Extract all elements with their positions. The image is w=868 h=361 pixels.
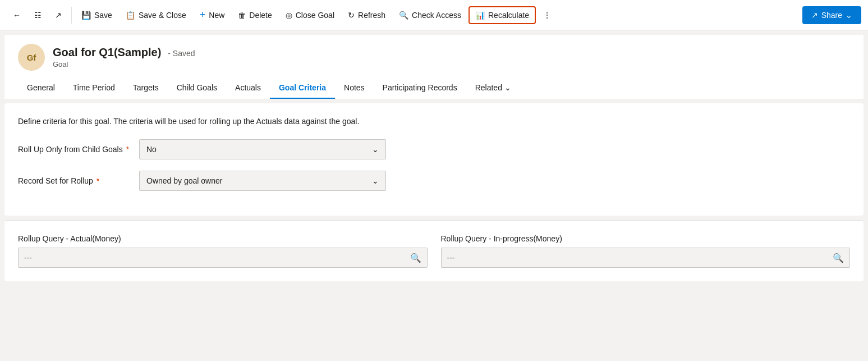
record-title: Goal for Q1(Sample) <box>53 46 161 58</box>
tab-general[interactable]: General <box>18 77 64 99</box>
check-access-icon: 🔍 <box>399 11 408 20</box>
rollup-in-progress-money-search-icon[interactable]: 🔍 <box>833 253 844 263</box>
new-icon: + <box>200 9 206 21</box>
record-set-chevron-icon: ⌄ <box>372 176 379 185</box>
roll-up-required-star: * <box>126 145 129 154</box>
save-close-button[interactable]: 📋 Save & Close <box>120 7 192 24</box>
delete-button[interactable]: 🗑 Delete <box>232 7 278 24</box>
saved-badge: - Saved <box>168 49 195 58</box>
avatar: Gf <box>18 44 45 71</box>
refresh-button[interactable]: ↻ Refresh <box>342 7 392 24</box>
recalculate-button[interactable]: 📊 Recalculate <box>469 6 536 24</box>
tab-related[interactable]: Related ⌄ <box>466 77 520 99</box>
share-button[interactable]: ↗ Share ⌄ <box>802 6 861 24</box>
share-chevron-icon: ⌄ <box>846 11 852 20</box>
close-goal-button[interactable]: ◎ Close Goal <box>279 7 341 24</box>
record-set-select[interactable]: Owned by goal owner ⌄ <box>139 171 386 191</box>
record-type: Goal <box>53 60 195 68</box>
roll-up-chevron-icon: ⌄ <box>372 145 379 154</box>
rollup-in-progress-money-value: --- <box>447 253 833 262</box>
tab-notes[interactable]: Notes <box>335 77 374 99</box>
record-header-card: Gf Goal for Q1(Sample) - Saved Goal Gene… <box>4 35 864 99</box>
tab-child-goals[interactable]: Child Goals <box>168 77 226 99</box>
back-button[interactable]: ← <box>7 7 27 24</box>
record-header: Gf Goal for Q1(Sample) - Saved Goal Gene… <box>4 35 864 99</box>
roll-up-value: No <box>146 145 157 154</box>
rollup-actual-money-input[interactable]: --- 🔍 <box>18 248 428 268</box>
rollup-actual-money-value: --- <box>24 253 410 262</box>
record-set-required-star: * <box>97 176 99 185</box>
tab-time-period[interactable]: Time Period <box>64 77 124 99</box>
tab-actuals[interactable]: Actuals <box>226 77 270 99</box>
open-in-new-icon: ↗ <box>55 11 62 20</box>
rollup-section: Rollup Query - Actual(Money) --- 🔍 Rollu… <box>4 220 864 281</box>
record-title-row: Gf Goal for Q1(Sample) - Saved Goal <box>18 44 850 71</box>
rollup-actual-money-search-icon[interactable]: 🔍 <box>410 253 421 263</box>
save-icon: 💾 <box>81 11 91 20</box>
roll-up-label: Roll Up Only from Child Goals * <box>18 145 130 154</box>
notes-button[interactable]: ☷ <box>28 7 48 24</box>
close-goal-icon: ◎ <box>286 11 292 20</box>
record-set-label: Record Set for Rollup * <box>18 176 130 185</box>
save-close-icon: 📋 <box>126 11 135 20</box>
delete-icon: 🗑 <box>238 11 246 20</box>
rollup-grid: Rollup Query - Actual(Money) --- 🔍 Rollu… <box>18 234 850 268</box>
criteria-description: Define criteria for this goal. The crite… <box>18 117 850 126</box>
roll-up-select[interactable]: No ⌄ <box>139 139 386 159</box>
tab-participating-records[interactable]: Participating Records <box>374 77 466 99</box>
tab-goal-criteria[interactable]: Goal Criteria <box>270 77 335 99</box>
goal-criteria-content: Define criteria for this goal. The crite… <box>4 103 864 216</box>
tab-bar: General Time Period Targets Child Goals … <box>18 77 850 99</box>
open-in-new-button[interactable]: ↗ <box>49 7 68 24</box>
related-chevron-icon: ⌄ <box>504 83 511 92</box>
more-button[interactable]: ⋮ <box>537 7 557 24</box>
rollup-actual-money-field: Rollup Query - Actual(Money) --- 🔍 <box>18 234 428 268</box>
recalculate-icon: 📊 <box>475 11 485 20</box>
roll-up-row: Roll Up Only from Child Goals * No ⌄ <box>18 139 850 159</box>
share-icon: ↗ <box>811 11 818 20</box>
record-set-value: Owned by goal owner <box>146 176 222 185</box>
divider-1 <box>71 7 72 24</box>
rollup-actual-money-label: Rollup Query - Actual(Money) <box>18 234 428 243</box>
back-icon: ← <box>13 11 21 20</box>
record-title-text: Goal for Q1(Sample) - Saved Goal <box>53 46 195 68</box>
notes-icon: ☷ <box>34 11 42 20</box>
rollup-in-progress-money-field: Rollup Query - In-progress(Money) --- 🔍 <box>441 234 851 268</box>
toolbar: ← ☷ ↗ 💾 Save 📋 Save & Close + New 🗑 Dele… <box>0 0 868 30</box>
rollup-in-progress-money-label: Rollup Query - In-progress(Money) <box>441 234 851 243</box>
refresh-icon: ↻ <box>348 11 355 20</box>
record-set-row: Record Set for Rollup * Owned by goal ow… <box>18 171 850 191</box>
check-access-button[interactable]: 🔍 Check Access <box>393 7 467 24</box>
rollup-in-progress-money-input[interactable]: --- 🔍 <box>441 248 851 268</box>
save-button[interactable]: 💾 Save <box>75 7 118 24</box>
tab-targets[interactable]: Targets <box>124 77 168 99</box>
new-button[interactable]: + New <box>194 5 231 25</box>
more-icon: ⋮ <box>543 11 551 20</box>
